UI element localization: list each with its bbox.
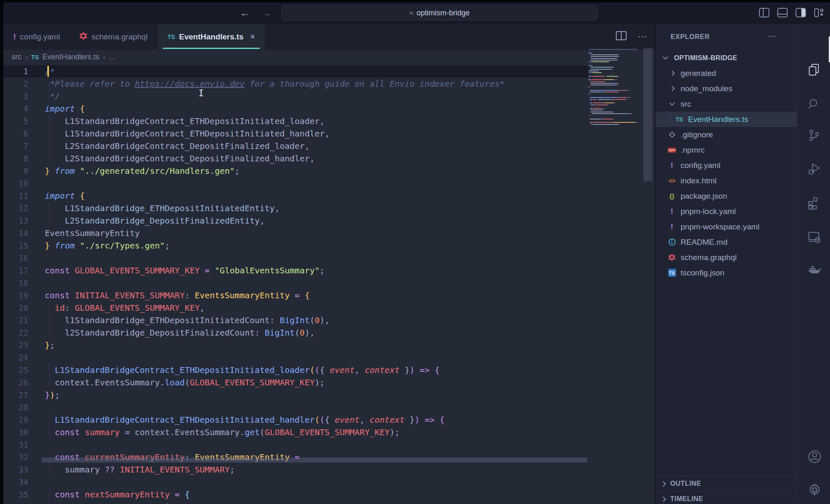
tree-item-label: .npmrc: [681, 146, 705, 155]
code-line-24[interactable]: 24: [3, 351, 655, 364]
vertical-scrollbar[interactable]: [643, 48, 652, 181]
panel-bottom-icon[interactable]: [777, 8, 788, 17]
code-line-11[interactable]: 11import {: [3, 190, 655, 202]
code-line-16[interactable]: 16: [3, 252, 655, 264]
nav-back-icon[interactable]: ←: [239, 7, 251, 19]
code-line-3[interactable]: 3 */: [3, 90, 655, 102]
minimap-line: [588, 115, 642, 116]
code-line-19[interactable]: 19const INITIAL_EVENTS_SUMMARY: EventsSu…: [3, 289, 655, 302]
tree-item-config.yaml[interactable]: !config.yaml: [656, 158, 797, 173]
code-line-23[interactable]: 23};: [3, 339, 655, 351]
minimap-line: [588, 49, 642, 50]
line-number: 24: [3, 351, 28, 364]
settings-icon[interactable]: [808, 483, 821, 496]
code-line-17[interactable]: 17const GLOBAL_EVENTS_SUMMARY_KEY = "Glo…: [3, 264, 655, 277]
code-line-10[interactable]: 10: [3, 177, 655, 190]
code-line-1[interactable]: 1/*: [3, 65, 588, 78]
layout-customize-icon[interactable]: [814, 8, 824, 17]
tree-item-generated[interactable]: generated: [656, 66, 797, 81]
tree-item-node_modules[interactable]: node_modules: [656, 81, 797, 96]
minimap-line: [588, 108, 642, 109]
tree-item-pnpm-lock.yaml[interactable]: !pnpm-lock.yaml: [656, 204, 797, 219]
minimap-line: [588, 78, 642, 78]
outline-section[interactable]: OUTLINE: [656, 476, 797, 491]
code-line-30[interactable]: 30 const summary = context.EventsSummary…: [3, 426, 655, 438]
line-number: 32: [3, 451, 28, 463]
run-debug-icon[interactable]: [808, 162, 821, 175]
code-line-27[interactable]: 27});: [3, 389, 655, 401]
tree-item-README.md[interactable]: iREADME.md: [656, 234, 797, 250]
code-line-29[interactable]: 29 L1StandardBridgeContract_ETHDepositIn…: [3, 414, 655, 426]
code-line-13[interactable]: 13 L2StandardBridge_DepositFinalizedEnti…: [3, 214, 655, 227]
breadcrumb-file[interactable]: EventHandlers.ts: [42, 53, 99, 61]
panel-right-active-icon[interactable]: [796, 8, 806, 17]
tree-item-EventHandlers.ts[interactable]: TSEventHandlers.ts: [656, 112, 797, 127]
tree-item-.npmrc[interactable]: npm.npmrc: [656, 142, 797, 158]
tab-schema.graphql[interactable]: schema.graphql: [70, 24, 157, 50]
code-line-18[interactable]: 18: [3, 277, 655, 289]
panel-left-icon[interactable]: [759, 8, 769, 17]
code-line-12[interactable]: 12 L1StandardBridge_ETHDepositInitiatedE…: [3, 202, 655, 214]
code-line-14[interactable]: 14EventsSummaryEntity: [3, 227, 655, 239]
code-line-4[interactable]: 4import {: [3, 102, 655, 115]
code-line-9[interactable]: 9} from "../generated/src/Handlers.gen";: [3, 165, 655, 177]
tab-EventHandlers.ts[interactable]: TSEventHandlers.ts×: [158, 24, 265, 50]
files-icon[interactable]: [808, 63, 821, 77]
code-line-34[interactable]: 34: [3, 476, 655, 488]
minimap[interactable]: [588, 47, 642, 168]
minimap-line: [588, 74, 642, 75]
code-line-7[interactable]: 7 L2StandardBridgeContract_DepositFinali…: [3, 140, 655, 152]
code-line-8[interactable]: 8 L2StandardBridgeContract_DepositFinali…: [3, 152, 655, 165]
tree-item-pnpm-workspace.yaml[interactable]: !pnpm-workspace.yaml: [656, 219, 797, 234]
code-line-33[interactable]: 33 summary ?? INITIAL_EVENTS_SUMMARY;: [3, 463, 655, 476]
code-line-2[interactable]: 2 *Please refer to https://docs.envio.de…: [3, 78, 655, 90]
horizontal-scrollbar[interactable]: [42, 458, 587, 463]
explorer-more-icon[interactable]: ⋯: [768, 31, 777, 41]
line-number: 3: [3, 90, 28, 102]
source-control-icon[interactable]: [808, 129, 821, 142]
remote-icon[interactable]: [808, 230, 821, 243]
indent-guide: [49, 314, 49, 326]
account-icon[interactable]: [808, 450, 821, 463]
breadcrumb-src[interactable]: src: [12, 53, 22, 61]
tree-item-package.json[interactable]: {}package.json: [656, 188, 797, 204]
typescript-icon: TS: [674, 116, 685, 123]
command-center-search[interactable]: ⌕ optimism-bridge: [281, 5, 598, 20]
breadcrumb-symbol[interactable]: ...: [109, 53, 115, 61]
tree-item-OPTIMISM-BRIDGE[interactable]: OPTIMISM-BRIDGE: [656, 50, 797, 66]
code-line-21[interactable]: 21 l1StandardBridge_ETHDepositInitiatedC…: [3, 314, 655, 326]
code-line-15[interactable]: 15} from "./src/Types.gen";: [3, 239, 655, 252]
code-line-35[interactable]: 35 const nextSummaryEntity = {: [3, 488, 655, 501]
layout-controls: [759, 8, 824, 17]
docker-icon[interactable]: [808, 263, 821, 276]
tree-item-src[interactable]: src: [656, 96, 797, 112]
line-number: 15: [3, 239, 28, 252]
tree-item-label: index.html: [681, 176, 717, 185]
code-line-31[interactable]: 31: [3, 438, 655, 451]
code-line-28[interactable]: 28: [3, 401, 655, 414]
code-line-20[interactable]: 20 id: GLOBAL_EVENTS_SUMMARY_KEY,: [3, 302, 655, 314]
tab-config.yaml[interactable]: !config.yaml: [3, 24, 70, 50]
ts-icon: TS: [31, 54, 39, 61]
tree-item-.gitignore[interactable]: .gitignore: [656, 127, 797, 142]
code-line-36[interactable]: 36 ...currentSummaryEntity,: [3, 501, 655, 504]
nav-forward-icon[interactable]: →: [260, 7, 273, 19]
breadcrumb[interactable]: src › TS EventHandlers.ts › ...: [3, 50, 655, 64]
tree-item-schema.graphql[interactable]: schema.graphql: [656, 250, 797, 265]
editor-more-actions-icon[interactable]: ⋯: [637, 31, 647, 42]
indent-guide: [49, 115, 49, 127]
code-line-26[interactable]: 26 context.EventsSummary.load(GLOBAL_EVE…: [3, 376, 655, 389]
code-line-6[interactable]: 6 L1StandardBridgeContract_ETHDepositIni…: [3, 127, 655, 140]
code-line-22[interactable]: 22 l2StandardBridge_DepositFinalizedCoun…: [3, 326, 655, 339]
code-line-5[interactable]: 5 L1StandardBridgeContract_ETHDepositIni…: [3, 115, 655, 127]
code-line-25[interactable]: 25 L1StandardBridgeContract_ETHDepositIn…: [3, 364, 655, 376]
tree-item-index.html[interactable]: <>index.html: [656, 173, 797, 188]
line-number: 5: [3, 115, 28, 127]
split-editor-icon[interactable]: [616, 31, 627, 42]
close-icon[interactable]: ×: [250, 32, 255, 41]
extensions-icon[interactable]: [808, 197, 821, 210]
tree-item-tsconfig.json[interactable]: TStsconfig.json: [656, 265, 797, 280]
timeline-section[interactable]: TIMELINE: [656, 491, 797, 504]
code-editor[interactable]: 1/*2 *Please refer to https://docs.envio…: [3, 65, 655, 504]
search-icon[interactable]: [808, 97, 821, 111]
